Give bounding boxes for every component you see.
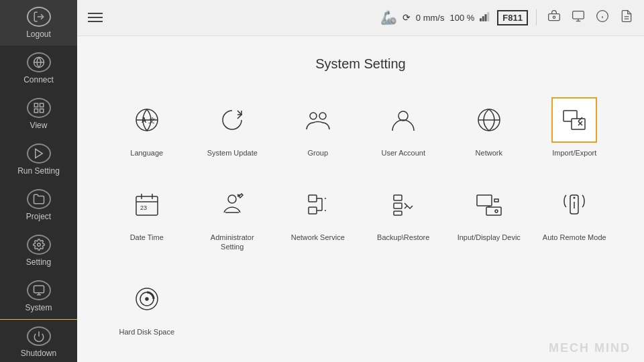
date-time-label: Date Time <box>130 233 164 242</box>
svg-rect-16 <box>485 14 487 21</box>
monitor-icon[interactable] <box>569 7 588 29</box>
svg-rect-6 <box>40 109 43 113</box>
group-label: Group <box>307 148 328 158</box>
network-label: Network <box>476 148 502 158</box>
setting-icon <box>27 235 51 255</box>
settings-grid: A 文 Language System Update <box>104 92 617 342</box>
auto-remote-icon <box>551 182 597 227</box>
backup-restore-icon <box>380 182 426 227</box>
setting-group[interactable]: Group <box>275 92 361 163</box>
speed-icon: ⟳ <box>402 12 411 23</box>
svg-text:A: A <box>142 117 146 124</box>
user-account-icon <box>380 97 426 143</box>
sidebar-item-view[interactable]: View <box>0 91 77 137</box>
svg-point-31 <box>310 113 317 119</box>
svg-rect-61 <box>494 199 498 202</box>
view-icon <box>27 98 51 118</box>
svg-rect-56 <box>394 203 402 208</box>
date-time-icon: 23 <box>124 182 170 227</box>
robot-connect-icon[interactable] <box>545 7 564 29</box>
svg-point-19 <box>553 16 555 18</box>
svg-point-68 <box>146 298 148 300</box>
svg-point-32 <box>319 113 326 119</box>
system-update-label: System Update <box>207 148 258 158</box>
setting-backup-restore[interactable]: Backup\Restore <box>361 176 447 257</box>
run-setting-icon <box>27 143 51 164</box>
setting-import-export[interactable]: Import/Export <box>532 92 618 163</box>
svg-point-62 <box>495 210 498 213</box>
content-area: System Setting A 文 Language <box>77 36 644 362</box>
setting-network[interactable]: Network <box>446 92 532 163</box>
svg-rect-59 <box>486 207 501 215</box>
auto-remote-label: Auto Remote Mode <box>543 233 606 242</box>
signal-icon <box>480 12 492 23</box>
svg-point-33 <box>398 111 408 121</box>
setting-input-display[interactable]: Input/Display Devic <box>446 176 532 257</box>
hard-disk-label: Hard Disk Space <box>119 327 174 337</box>
svg-text:23: 23 <box>140 204 147 211</box>
sidebar: Logout Connect View Run Se <box>0 0 77 362</box>
input-display-icon <box>466 182 512 227</box>
svg-text:文: 文 <box>148 117 156 124</box>
setting-date-time[interactable]: 23 Date Time <box>104 176 190 257</box>
hard-disk-icon <box>124 276 170 322</box>
network-service-icon <box>295 182 341 227</box>
connect-icon <box>27 52 51 72</box>
svg-rect-18 <box>549 14 560 21</box>
import-export-icon <box>551 97 597 143</box>
topbar: 🦾 ⟳ 0 mm/s 100 % F811 <box>77 0 644 36</box>
group-icon <box>295 97 341 143</box>
setting-network-service[interactable]: Network Service <box>275 176 361 257</box>
svg-rect-48 <box>309 195 317 202</box>
shutdown-icon <box>27 326 51 346</box>
language-label: Language <box>130 148 163 158</box>
language-icon: A 文 <box>124 97 170 143</box>
brand-watermark: MECH MIND <box>549 341 631 355</box>
svg-rect-4 <box>40 103 43 107</box>
svg-point-8 <box>37 243 40 247</box>
setting-system-update[interactable]: System Update <box>190 92 276 163</box>
setting-auto-remote[interactable]: Auto Remote Mode <box>532 176 618 257</box>
svg-rect-58 <box>477 195 492 206</box>
input-display-label: Input/Display Devic <box>458 233 521 242</box>
info-icon[interactable] <box>593 7 612 29</box>
svg-rect-55 <box>394 195 402 200</box>
doc-icon[interactable] <box>617 7 636 29</box>
f-badge: F811 <box>497 10 528 25</box>
menu-button[interactable] <box>85 10 105 25</box>
svg-rect-20 <box>573 11 584 19</box>
svg-rect-15 <box>482 16 484 21</box>
sidebar-item-project[interactable]: Project <box>0 182 77 228</box>
setting-admin[interactable]: AdministratorSetting <box>190 176 276 257</box>
import-export-label: Import/Export <box>552 148 596 158</box>
svg-rect-49 <box>309 207 317 214</box>
speed-value: 0 mm/s <box>416 13 445 23</box>
setting-language[interactable]: A 文 Language <box>104 92 190 163</box>
system-update-icon <box>209 97 255 143</box>
svg-marker-7 <box>35 149 42 158</box>
sidebar-item-system[interactable]: System <box>0 274 77 319</box>
percent-value: 100 % <box>449 13 474 23</box>
svg-rect-37 <box>572 119 585 129</box>
topbar-status: 🦾 ⟳ 0 mm/s 100 % F811 <box>380 7 636 29</box>
admin-label: AdministratorSetting <box>211 233 254 252</box>
backup-restore-label: Backup\Restore <box>377 233 429 242</box>
main-area: 🦾 ⟳ 0 mm/s 100 % F811 <box>77 0 644 362</box>
network-icon <box>466 97 512 143</box>
svg-rect-9 <box>34 286 44 293</box>
sidebar-item-shutdown[interactable]: Shutdown <box>0 319 77 362</box>
system-icon <box>27 280 51 300</box>
user-account-label: User Account <box>382 148 425 158</box>
svg-rect-3 <box>34 103 38 107</box>
svg-point-46 <box>228 195 236 203</box>
admin-icon <box>209 182 255 227</box>
robot-arm-icon: 🦾 <box>380 9 397 25</box>
sidebar-item-run-setting[interactable]: Run Setting <box>0 137 77 182</box>
svg-rect-14 <box>480 18 482 21</box>
sidebar-item-setting[interactable]: Setting <box>0 228 77 274</box>
sidebar-item-connect[interactable]: Connect <box>0 46 77 91</box>
logout-icon <box>27 7 51 27</box>
sidebar-item-logout[interactable]: Logout <box>0 0 77 46</box>
setting-user-account[interactable]: User Account <box>361 92 447 163</box>
setting-hard-disk[interactable]: Hard Disk Space <box>104 271 190 342</box>
